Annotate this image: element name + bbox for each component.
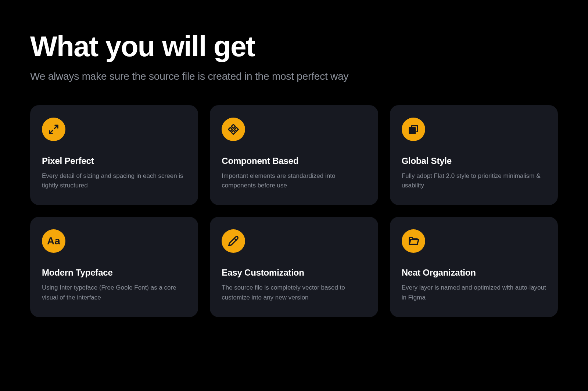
feature-card-pixel-perfect: Pixel Perfect Every detail of sizing and… xyxy=(30,105,198,205)
feature-card-title: Component Based xyxy=(222,156,366,166)
feature-card-component-based: Component Based Important elements are s… xyxy=(210,105,378,205)
feature-card-desc: Important elements are standardized into… xyxy=(222,171,366,191)
feature-card-title: Modern Typeface xyxy=(42,268,186,278)
copy-icon xyxy=(402,118,425,141)
feature-card-desc: Every detail of sizing and spacing in ea… xyxy=(42,171,186,191)
feature-card-modern-typeface: Aa Modern Typeface Using Inter typeface … xyxy=(30,217,198,317)
svg-line-5 xyxy=(234,238,236,240)
feature-card-desc: The source file is completely vector bas… xyxy=(222,283,366,302)
feature-card-title: Neat Organization xyxy=(402,268,546,278)
feature-card-neat-organization: Neat Organization Every layer is named a… xyxy=(390,217,558,317)
feature-card-title: Pixel Perfect xyxy=(42,156,186,166)
feature-card-title: Global Style xyxy=(402,156,546,166)
feature-card-desc: Fully adopt Flat 2.0 style to prioritize… xyxy=(402,171,546,191)
page-subheading: We always make sure the source file is c… xyxy=(30,71,558,82)
svg-rect-4 xyxy=(409,128,415,133)
feature-grid: Pixel Perfect Every detail of sizing and… xyxy=(30,105,558,317)
components-icon xyxy=(222,118,245,141)
feature-card-desc: Every layer is named and optimized with … xyxy=(402,283,546,302)
expand-icon xyxy=(42,118,65,141)
folder-icon xyxy=(402,229,425,253)
typeface-icon: Aa xyxy=(42,229,65,253)
feature-card-easy-customization: Easy Customization The source file is co… xyxy=(210,217,378,317)
feature-card-title: Easy Customization xyxy=(222,268,366,278)
pencil-icon xyxy=(222,229,245,253)
svg-rect-0 xyxy=(232,124,236,128)
feature-card-global-style: Global Style Fully adopt Flat 2.0 style … xyxy=(390,105,558,205)
page-heading: What you will get xyxy=(30,31,558,62)
svg-rect-1 xyxy=(229,127,233,131)
svg-rect-3 xyxy=(232,130,236,134)
feature-card-desc: Using Inter typeface (Free Goole Font) a… xyxy=(42,283,186,302)
svg-rect-2 xyxy=(234,127,239,131)
